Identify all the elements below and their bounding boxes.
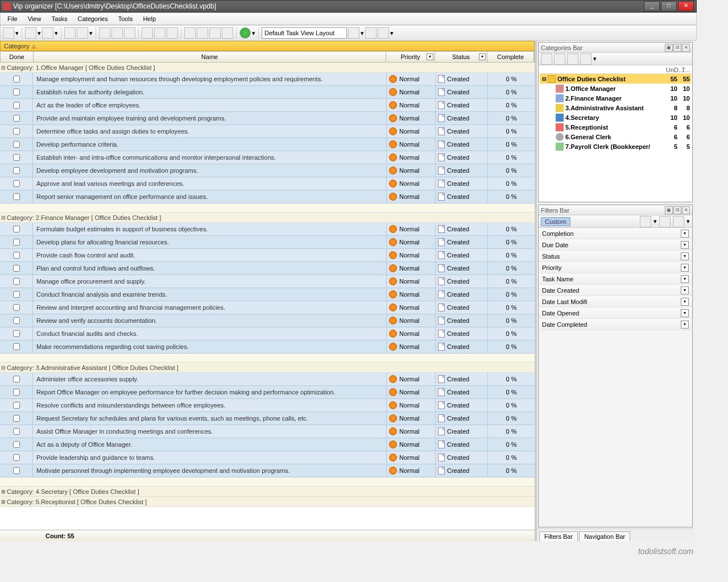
task-row[interactable]: Conduct financial analysis and examine t… bbox=[0, 288, 535, 301]
tree-item[interactable]: 1.Office Manager1010 bbox=[540, 84, 691, 93]
filter-item[interactable]: Completion▾ bbox=[539, 228, 692, 239]
titlebar[interactable]: Vip organizer [C:\Users\dmitry\Desktop\O… bbox=[0, 0, 697, 13]
category-row[interactable]: ⊟Category: 3.Administrative Assistant [ … bbox=[0, 363, 535, 373]
maximize-button[interactable]: □ bbox=[661, 1, 677, 11]
done-checkbox[interactable] bbox=[13, 454, 20, 461]
dropdown-icon[interactable]: ▾ bbox=[681, 321, 689, 329]
done-checkbox[interactable] bbox=[13, 343, 20, 350]
task-row[interactable]: Formulate budget estimates in support of… bbox=[0, 223, 535, 236]
close-button[interactable]: ✕ bbox=[678, 1, 694, 11]
task-row[interactable]: Develop plans for allocating financial r… bbox=[0, 236, 535, 249]
task-row[interactable]: Provide leadership and guidance to teams… bbox=[0, 451, 535, 464]
done-checkbox[interactable] bbox=[13, 115, 20, 122]
menu-file[interactable]: File bbox=[3, 14, 22, 23]
tree-item[interactable]: 3.Administrative Assistant88 bbox=[540, 103, 691, 113]
dropdown-icon[interactable]: ▾ bbox=[681, 252, 689, 260]
task-row[interactable]: Develop performance criteria.NormalCreat… bbox=[0, 138, 535, 151]
bottom-tab[interactable]: Navigation Bar bbox=[579, 531, 630, 541]
expand-icon[interactable]: ⊟ bbox=[0, 215, 7, 221]
category-row[interactable]: ⊞Category: 4.Secretary [ Office Duties C… bbox=[0, 487, 535, 497]
tree-root[interactable]: ⊟Office Duties Checklist5555 bbox=[540, 74, 691, 84]
toolbar-button[interactable] bbox=[77, 27, 88, 39]
category-row[interactable]: ⊞Category: 5.Receptionist [ Office Dutie… bbox=[0, 497, 535, 507]
task-row[interactable]: Assist Office Manager in conducting meet… bbox=[0, 425, 535, 438]
panel-close-button[interactable]: ✕ bbox=[682, 44, 690, 52]
task-row[interactable]: Approve and lead various meetings and co… bbox=[0, 177, 535, 190]
toolbar-button[interactable] bbox=[378, 27, 389, 39]
done-checkbox[interactable] bbox=[13, 167, 20, 174]
dropdown-icon[interactable]: ▾ bbox=[681, 298, 689, 306]
task-row[interactable]: Act as a deputy of Office Manager.Normal… bbox=[0, 438, 535, 451]
done-checkbox[interactable] bbox=[13, 415, 20, 422]
done-checkbox[interactable] bbox=[13, 102, 20, 109]
dropdown-icon[interactable]: ▾ bbox=[681, 241, 689, 249]
done-checkbox[interactable] bbox=[13, 226, 20, 232]
task-row[interactable]: Manage employment and human resources th… bbox=[0, 73, 535, 86]
toolbar-button[interactable] bbox=[99, 27, 110, 39]
filter-item[interactable]: Date Created▾ bbox=[539, 285, 692, 296]
dropdown-icon[interactable]: ▾ bbox=[681, 286, 689, 294]
panel-toolbar-button[interactable] bbox=[567, 53, 578, 65]
toolbar-button[interactable] bbox=[64, 27, 76, 39]
done-checkbox[interactable] bbox=[13, 265, 20, 272]
menu-categories[interactable]: Categories bbox=[73, 14, 113, 23]
filter-toolbar-button[interactable] bbox=[659, 216, 671, 227]
task-row[interactable]: Establish inter- and intra-office commun… bbox=[0, 151, 535, 164]
toolbar-button[interactable] bbox=[197, 27, 208, 39]
col-name[interactable]: Name bbox=[34, 52, 386, 62]
filter-toolbar-button[interactable] bbox=[640, 216, 651, 227]
filter-dropdown-icon[interactable]: ▾ bbox=[479, 53, 486, 60]
done-checkbox[interactable] bbox=[13, 389, 20, 396]
task-row[interactable]: Request Secretary for schedules and plan… bbox=[0, 412, 535, 425]
dropdown-icon[interactable]: ▾ bbox=[681, 309, 689, 317]
done-checkbox[interactable] bbox=[13, 304, 20, 311]
toolbar-button[interactable] bbox=[3, 27, 14, 39]
toolbar-button[interactable] bbox=[25, 27, 36, 39]
filter-item[interactable]: Date Completed▾ bbox=[539, 319, 692, 330]
filter-toolbar-button[interactable] bbox=[673, 216, 684, 227]
categories-tree[interactable]: UnD... T... ⊟Office Duties Checklist5555… bbox=[539, 65, 692, 202]
task-row[interactable]: Report Office Manager on employee perfor… bbox=[0, 386, 535, 399]
filter-custom-select[interactable]: Custom bbox=[541, 217, 570, 226]
done-checkbox[interactable] bbox=[13, 128, 20, 135]
tree-item[interactable]: 4.Secretary1010 bbox=[540, 113, 691, 122]
filter-item[interactable]: Due Date▾ bbox=[539, 239, 692, 251]
filter-item[interactable]: Status▾ bbox=[539, 251, 692, 262]
toolbar-button[interactable] bbox=[154, 27, 166, 39]
dropdown-icon[interactable]: ▾ bbox=[681, 264, 689, 272]
expand-icon[interactable]: ⊞ bbox=[0, 499, 7, 505]
toolbar-button[interactable] bbox=[111, 27, 123, 39]
panel-close-button[interactable]: ✕ bbox=[682, 206, 690, 214]
panel-restore-button[interactable]: ▣ bbox=[665, 44, 673, 52]
expand-icon[interactable]: ⊟ bbox=[542, 76, 547, 82]
done-checkbox[interactable] bbox=[13, 239, 20, 246]
done-checkbox[interactable] bbox=[13, 317, 20, 324]
tree-item[interactable]: 7.Payroll Clerk (Bookkeeper/55 bbox=[540, 142, 691, 151]
task-row[interactable]: Make recommendations regarding cost savi… bbox=[0, 340, 535, 354]
task-row[interactable]: Provide and maintain employee training a… bbox=[0, 112, 535, 125]
menu-help[interactable]: Help bbox=[138, 14, 160, 23]
filter-dropdown-icon[interactable]: ▾ bbox=[427, 53, 433, 60]
task-row[interactable]: Administer office accessories supply.Nor… bbox=[0, 373, 535, 386]
toolbar-button[interactable] bbox=[124, 27, 135, 39]
group-header[interactable]: Category △ bbox=[0, 41, 535, 51]
panel-restore-button[interactable]: ▣ bbox=[665, 206, 673, 214]
toolbar-button[interactable] bbox=[222, 27, 233, 39]
layout-selector[interactable]: Default Task View Layout bbox=[262, 27, 347, 39]
done-checkbox[interactable] bbox=[13, 193, 20, 200]
col-status[interactable]: Status▾ bbox=[435, 52, 487, 62]
task-row[interactable]: Conduct financial audits and checks.Norm… bbox=[0, 327, 535, 340]
minimize-button[interactable]: _ bbox=[644, 1, 660, 11]
task-row[interactable]: Manage office procurement and supply.Nor… bbox=[0, 275, 535, 288]
task-row[interactable]: Plan and control fund inflows and outflo… bbox=[0, 262, 535, 275]
expand-icon[interactable]: ⊞ bbox=[0, 489, 7, 494]
task-row[interactable]: Develop employee development and motivat… bbox=[0, 164, 535, 177]
done-checkbox[interactable] bbox=[13, 180, 20, 187]
toolbar-button[interactable] bbox=[42, 27, 53, 39]
task-row[interactable]: Establish rules for authority delegation… bbox=[0, 86, 535, 99]
done-checkbox[interactable] bbox=[13, 441, 20, 448]
toolbar-button[interactable] bbox=[184, 27, 196, 39]
task-row[interactable]: Report senior management on office perfo… bbox=[0, 190, 535, 203]
done-checkbox[interactable] bbox=[13, 154, 20, 161]
task-row[interactable]: Provide cash flow control and audit.Norm… bbox=[0, 249, 535, 262]
